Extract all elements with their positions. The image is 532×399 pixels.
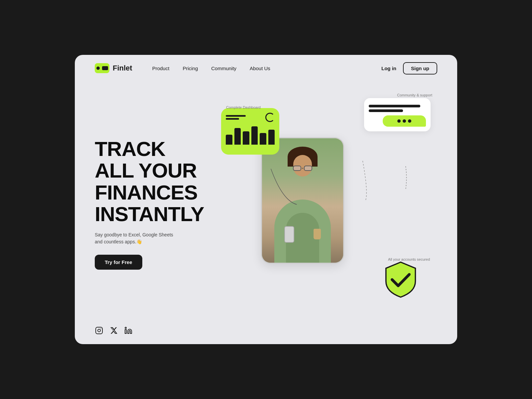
- security-card: [371, 260, 431, 300]
- linkedin-link[interactable]: [124, 326, 133, 335]
- person-visual: [262, 138, 343, 263]
- hero-visual: Complete Dashboard: [208, 81, 437, 320]
- nav-item-about[interactable]: About Us: [250, 66, 270, 71]
- chat-line-2: [369, 109, 403, 112]
- bar-5: [260, 133, 266, 145]
- linkedin-icon: [124, 327, 132, 334]
- chat-line-1: [369, 105, 420, 107]
- nav-item-pricing[interactable]: Pricing: [183, 66, 198, 71]
- dash-line-1: [226, 115, 246, 117]
- nav-item-product[interactable]: Product: [152, 66, 170, 71]
- hero-title: TRACK ALL YOUR FINANCES INSTANTLY: [95, 138, 208, 224]
- chat-lines: [369, 105, 426, 112]
- bar-chart: [226, 125, 275, 145]
- svg-rect-3: [125, 330, 126, 333]
- main-nav: Product Pricing Community About Us: [152, 66, 381, 71]
- logo-text: Finlet: [113, 64, 132, 72]
- hero-left: TRACK ALL YOUR FINANCES INSTANTLY Say go…: [95, 81, 208, 320]
- instagram-icon: [95, 327, 103, 334]
- svg-rect-0: [96, 327, 102, 334]
- dashed-connector: [391, 165, 411, 191]
- try-for-free-button[interactable]: Try for Free: [95, 255, 142, 270]
- header: Finlet Product Pricing Community About U…: [75, 55, 457, 81]
- community-card-label: Community & support: [397, 93, 432, 97]
- bar-3: [243, 131, 249, 145]
- chat-dot-1: [397, 119, 401, 123]
- twitter-x-link[interactable]: [109, 326, 118, 335]
- instagram-link[interactable]: [95, 326, 103, 335]
- chat-dot-3: [408, 119, 411, 123]
- dashboard-circle-icon: [265, 113, 275, 122]
- logo-icon: [95, 63, 109, 73]
- svg-point-1: [98, 329, 100, 332]
- svg-point-2: [101, 329, 101, 329]
- dashboard-card: [221, 108, 279, 155]
- svg-point-4: [125, 327, 126, 329]
- header-actions: Log in Sign up: [381, 62, 437, 74]
- page-container: Finlet Product Pricing Community About U…: [75, 55, 457, 344]
- bar-4: [251, 126, 258, 145]
- hero-subtitle: Say goodbye to Excel, Google Sheets and …: [95, 231, 181, 245]
- community-card: [364, 98, 431, 131]
- dash-lines: [226, 115, 246, 120]
- bar-1: [226, 135, 232, 145]
- dashboard-card-label: Complete Dashboard: [226, 105, 261, 109]
- nav-item-community[interactable]: Community: [211, 66, 236, 71]
- social-row: [75, 320, 457, 344]
- logo[interactable]: Finlet: [95, 63, 132, 73]
- chat-dot-2: [403, 119, 406, 123]
- twitter-x-icon: [110, 327, 118, 334]
- chat-bubble: [383, 115, 426, 127]
- dashboard-top-row: [226, 113, 275, 122]
- dash-line-2: [226, 118, 239, 120]
- shield-icon: [381, 260, 421, 300]
- phone-mockup: [261, 137, 344, 264]
- main-content: TRACK ALL YOUR FINANCES INSTANTLY Say go…: [75, 81, 457, 320]
- bar-6: [268, 130, 275, 145]
- signup-button[interactable]: Sign up: [403, 62, 437, 74]
- security-card-label: All your accounts secured: [388, 257, 430, 261]
- bar-2: [234, 128, 241, 145]
- login-button[interactable]: Log in: [381, 66, 396, 71]
